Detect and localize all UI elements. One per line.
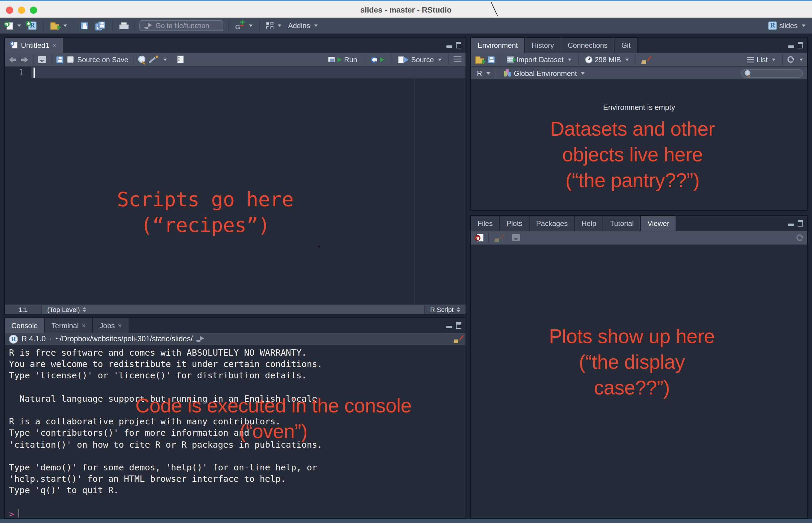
scope-selector[interactable]: (Top Level) <box>42 305 92 314</box>
environment-search-input[interactable] <box>741 69 803 77</box>
tab-terminal[interactable]: Terminal × <box>45 318 93 333</box>
version-control-button[interactable]: G <box>234 21 254 31</box>
import-dataset-button[interactable]: Import Dataset <box>505 55 573 64</box>
tab-label: Console <box>11 321 38 330</box>
console-output[interactable]: R is free software and comes with ABSOLU… <box>5 345 466 518</box>
tab-untitled1[interactable]: Untitled1 × <box>5 38 64 53</box>
minimize-pane-icon[interactable] <box>788 42 794 48</box>
pane-window-buttons <box>446 318 466 333</box>
clear-workspace-icon[interactable] <box>641 55 649 64</box>
environment-scope-selector[interactable]: Global Environment <box>502 69 586 78</box>
open-in-new-window-icon[interactable] <box>38 56 46 63</box>
divider <box>578 54 578 65</box>
refresh-icon[interactable] <box>788 56 794 63</box>
new-file-button[interactable] <box>5 21 23 30</box>
list-icon <box>747 56 754 62</box>
new-project-button[interactable]: R <box>26 21 38 31</box>
run-button[interactable]: Run <box>326 55 359 64</box>
memory-usage-button[interactable]: 298 MiB <box>583 55 630 64</box>
language-selector[interactable]: R <box>475 69 491 78</box>
source-on-save-label: Source on Save <box>77 55 128 64</box>
goto-file-function-box[interactable]: Go to file/function <box>139 20 223 31</box>
maximize-pane-icon[interactable] <box>456 322 461 329</box>
clear-console-icon[interactable] <box>453 335 461 343</box>
project-menu-button[interactable]: R slides <box>767 21 807 31</box>
document-outline-icon[interactable] <box>453 56 461 63</box>
close-tab-icon[interactable]: × <box>52 41 56 49</box>
close-tab-icon[interactable]: × <box>118 322 122 329</box>
save-icon[interactable] <box>56 56 64 63</box>
back-icon[interactable] <box>9 56 17 62</box>
tab-console[interactable]: Console <box>5 318 45 333</box>
main-toolbar: R Go to file/function G <box>0 18 812 34</box>
minimize-pane-icon[interactable] <box>446 323 452 328</box>
forward-icon[interactable] <box>20 56 28 62</box>
tab-environment[interactable]: Environment <box>471 38 525 53</box>
working-directory: ~/Dropbox/websites/poli-301/static/slide… <box>55 335 193 343</box>
open-file-button[interactable] <box>49 21 69 31</box>
open-in-new-window-icon[interactable] <box>512 234 520 241</box>
annotation-line: Scripts go here <box>5 186 406 212</box>
console-line: Type 'q()' to quit R. <box>9 486 466 497</box>
addins-button[interactable]: Addins <box>286 21 319 31</box>
chevron-down-icon <box>277 24 281 27</box>
tab-plots[interactable]: Plots <box>500 216 530 231</box>
code-editor[interactable]: 1 Scripts go here (“recipes”) <box>5 67 466 304</box>
divider <box>259 20 260 31</box>
code-tools-icon[interactable] <box>150 56 158 64</box>
minimize-pane-icon[interactable] <box>446 42 452 48</box>
list-view-button[interactable]: List <box>745 55 777 64</box>
compile-report-icon[interactable] <box>177 56 184 64</box>
tab-tutorial[interactable]: Tutorial <box>603 216 641 231</box>
console-prompt: > <box>9 509 14 518</box>
chevron-down-icon <box>314 24 318 27</box>
divider <box>364 54 364 65</box>
divider <box>391 54 391 65</box>
file-type-selector[interactable]: R Script <box>424 305 466 314</box>
find-replace-icon[interactable] <box>139 56 146 64</box>
workspace-panes-button[interactable] <box>264 22 283 30</box>
clear-viewer-icon[interactable] <box>494 233 502 242</box>
close-tab-icon[interactable]: × <box>82 322 86 329</box>
console-prompt-row[interactable]: > <box>9 508 466 518</box>
source-button[interactable]: Source <box>396 55 444 64</box>
refresh-icon[interactable] <box>796 234 803 241</box>
load-workspace-icon[interactable] <box>475 58 484 64</box>
tab-label: Plots <box>506 219 522 228</box>
source-arrow-icon <box>404 56 409 62</box>
tab-connections[interactable]: Connections <box>561 38 615 53</box>
tab-viewer[interactable]: Viewer <box>641 216 676 231</box>
tab-files[interactable]: Files <box>471 216 500 231</box>
console-line: Type 'license()' or 'licence()' for dist… <box>9 371 466 382</box>
save-all-button[interactable] <box>93 21 107 31</box>
console-pane: Console Terminal × Jobs × R R 4.1.0 · <box>4 318 466 519</box>
environment-toolbar: Import Dataset 298 MiB List <box>471 53 807 67</box>
tab-history[interactable]: History <box>525 38 561 53</box>
maximize-pane-icon[interactable] <box>798 42 803 49</box>
jump-to-directory-icon[interactable] <box>196 336 204 342</box>
maximize-pane-icon[interactable] <box>798 220 803 227</box>
console-line: Type 'contributors()' for more informati… <box>9 428 466 439</box>
tab-jobs[interactable]: Jobs × <box>93 318 129 333</box>
titlebar: slides - master - RStudio <box>0 0 812 18</box>
minimize-pane-icon[interactable] <box>788 220 794 226</box>
rerun-button[interactable] <box>369 56 386 63</box>
source-on-save-checkbox[interactable] <box>67 56 74 63</box>
maximize-pane-icon[interactable] <box>456 42 461 49</box>
divider <box>228 20 229 31</box>
stop-viewer-icon[interactable] <box>477 234 483 241</box>
print-icon <box>119 22 127 29</box>
tab-git[interactable]: Git <box>615 38 638 53</box>
chevron-down-icon <box>799 58 803 61</box>
console-line <box>9 451 466 462</box>
tab-packages[interactable]: Packages <box>530 216 575 231</box>
save-button[interactable] <box>79 21 90 30</box>
source-toolbar: Source on Save Run <box>5 53 466 67</box>
print-button[interactable] <box>117 21 129 30</box>
addins-label: Addins <box>288 21 310 30</box>
tab-help[interactable]: Help <box>575 216 603 231</box>
divider <box>133 54 134 65</box>
rstudio-window: slides - master - RStudio R Go t <box>0 0 812 523</box>
chevron-down-icon <box>438 58 442 61</box>
save-workspace-icon[interactable] <box>488 56 495 63</box>
